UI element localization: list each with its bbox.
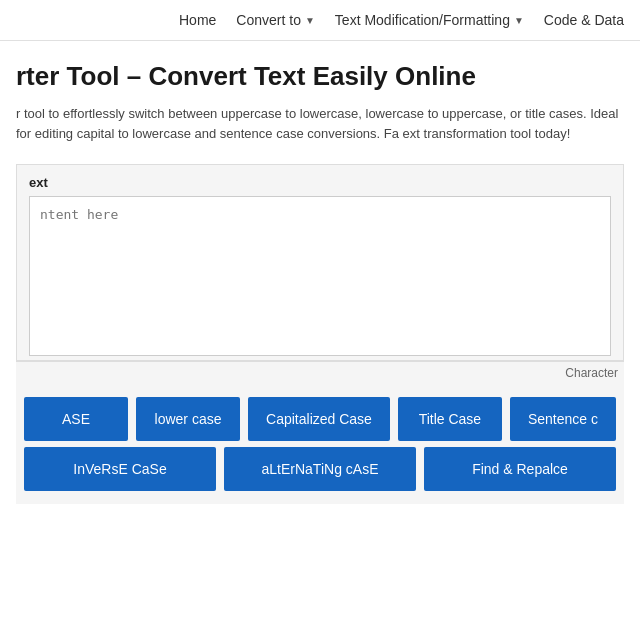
nav-code-data[interactable]: Code & Data: [544, 12, 624, 28]
char-count-label: Character: [565, 366, 618, 380]
btn-ase[interactable]: ASE: [24, 397, 128, 441]
nav-text-mod-label: Text Modification/Formatting: [335, 12, 510, 28]
page-description: r tool to effortlessly switch between up…: [16, 104, 624, 144]
input-label: ext: [29, 175, 611, 190]
main-content: rter Tool – Convert Text Easily Online r…: [0, 41, 640, 504]
buttons-section: ASE lower case Capitalized Case Title Ca…: [16, 384, 624, 504]
page-title: rter Tool – Convert Text Easily Online: [16, 61, 624, 92]
buttons-row1: ASE lower case Capitalized Case Title Ca…: [16, 394, 624, 444]
nav-home-label: Home: [179, 12, 216, 28]
text-input[interactable]: [29, 196, 611, 356]
nav-code-data-label: Code & Data: [544, 12, 624, 28]
nav-convert-arrow: ▼: [305, 15, 315, 26]
nav-home[interactable]: Home: [179, 12, 216, 28]
btn-title-case[interactable]: Title Case: [398, 397, 502, 441]
btn-inverse-case[interactable]: InVeRsE CaSe: [24, 447, 216, 491]
btn-sentence-case[interactable]: Sentence c: [510, 397, 616, 441]
navbar: Home Convert to ▼ Text Modification/Form…: [0, 0, 640, 41]
btn-find-replace[interactable]: Find & Repalce: [424, 447, 616, 491]
nav-text-mod[interactable]: Text Modification/Formatting ▼: [335, 12, 524, 28]
btn-alternating-case[interactable]: aLtErNaTiNg cAsE: [224, 447, 416, 491]
btn-lower-case[interactable]: lower case: [136, 397, 240, 441]
btn-capitalized-case[interactable]: Capitalized Case: [248, 397, 390, 441]
input-section: ext: [16, 164, 624, 361]
nav-convert[interactable]: Convert to ▼: [236, 12, 315, 28]
char-count-bar: Character: [16, 361, 624, 384]
nav-text-mod-arrow: ▼: [514, 15, 524, 26]
nav-convert-label: Convert to: [236, 12, 301, 28]
buttons-row2: InVeRsE CaSe aLtErNaTiNg cAsE Find & Rep…: [16, 444, 624, 494]
